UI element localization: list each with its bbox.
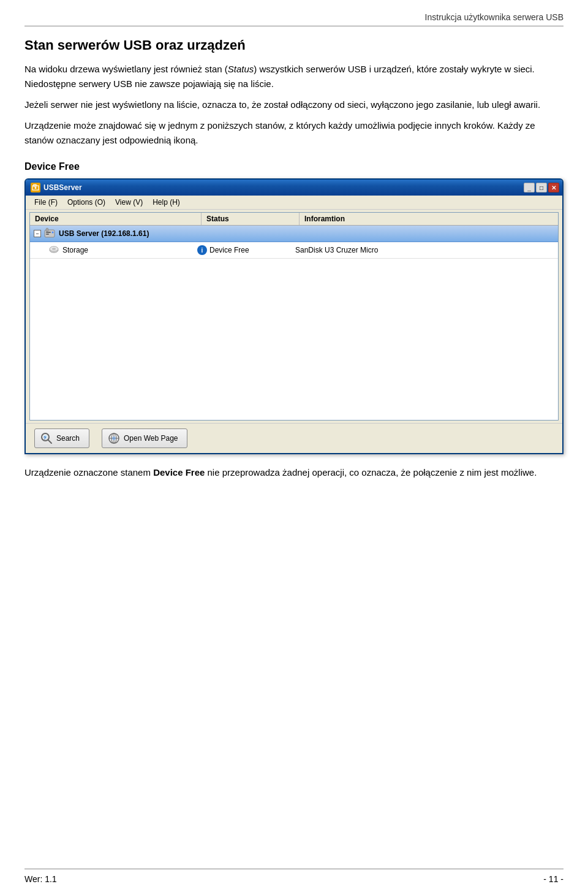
window-title: USBServer (43, 183, 82, 192)
server-row[interactable]: − USB Server (192.168.1.61) (30, 226, 558, 242)
menu-options[interactable]: Options (O) (62, 197, 110, 208)
menu-file[interactable]: File (F) (29, 197, 62, 208)
para1-italic: Status (228, 64, 254, 74)
svg-point-6 (52, 232, 54, 234)
footer-text-after: nie przeprowadza żadnej operacji, co ozn… (205, 467, 537, 478)
section-label: Device Free (24, 161, 564, 172)
title-bar-buttons: _ □ ✕ (524, 183, 559, 192)
device-status: Device Free (209, 246, 249, 254)
svg-text:?: ? (43, 436, 46, 440)
device-name: Storage (62, 246, 197, 254)
search-button-icon: ? (40, 432, 53, 445)
page-footer: Wer: 1.1 - 11 - (24, 869, 564, 884)
col-header-device: Device (30, 213, 202, 225)
bottom-bar: ? Search Open Web Page (26, 423, 562, 453)
tree-area: Device Status Inforamtion − USB Server (… (29, 212, 559, 421)
close-button[interactable]: ✕ (548, 183, 559, 192)
menu-view[interactable]: View (V) (110, 197, 148, 208)
search-button[interactable]: ? Search (34, 428, 89, 448)
storage-icon (48, 245, 59, 256)
server-label: USB Server (192.168.1.61) (59, 229, 149, 238)
status-cell: i Device Free (197, 245, 295, 255)
server-icon (43, 227, 56, 240)
app-window: USBServer _ □ ✕ File (F) Options (O) Vie… (24, 178, 564, 454)
title-bar: USBServer _ □ ✕ (26, 180, 562, 196)
page-title: Stan serwerów USB oraz urządzeń (24, 37, 564, 53)
menu-help[interactable]: Help (H) (148, 197, 185, 208)
svg-line-12 (48, 440, 52, 444)
expand-button[interactable]: − (34, 230, 41, 237)
footer-text-bold: Device Free (153, 467, 205, 478)
svg-point-2 (35, 187, 37, 189)
title-bar-left: USBServer (31, 183, 82, 192)
para1-text-before: Na widoku drzewa wyświetlany jest równie… (24, 64, 228, 74)
menu-bar: File (F) Options (O) View (V) Help (H) (26, 196, 562, 210)
col-header-info: Inforamtion (300, 213, 558, 225)
device-info: SanDisk U3 Cruzer Micro (295, 246, 554, 254)
open-web-page-icon (107, 432, 121, 445)
paragraph-1: Na widoku drzewa wyświetlany jest równie… (24, 62, 564, 91)
tree-header: Device Status Inforamtion (30, 213, 558, 226)
app-icon (31, 183, 40, 192)
page-number: - 11 - (543, 874, 564, 884)
status-info-icon: i (197, 245, 207, 255)
maximize-button[interactable]: □ (536, 183, 547, 192)
svg-point-7 (46, 228, 48, 232)
svg-point-10 (52, 248, 56, 250)
search-button-label: Search (56, 434, 80, 443)
device-row: Storage i Device Free SanDisk U3 Cruzer … (30, 242, 558, 259)
open-web-page-label: Open Web Page (124, 434, 178, 443)
svg-rect-5 (46, 234, 49, 235)
minimize-button[interactable]: _ (524, 183, 535, 192)
footer-text-before: Urządzenie oznaczone stanem (24, 467, 153, 478)
svg-point-19 (112, 436, 116, 440)
open-web-page-button[interactable]: Open Web Page (102, 428, 187, 448)
col-header-status: Status (202, 213, 300, 225)
header-title: Instrukcja użytkownika serwera USB (425, 12, 564, 22)
version-label: Wer: 1.1 (24, 874, 57, 884)
page-header: Instrukcja użytkownika serwera USB (24, 12, 564, 26)
svg-rect-4 (46, 232, 51, 233)
footer-paragraph: Urządzenie oznaczone stanem Device Free … (24, 465, 564, 480)
paragraph-2: Jeżeli serwer nie jest wyświetlony na li… (24, 97, 564, 112)
paragraph-3: Urządzenie może znajdować się w jednym z… (24, 118, 564, 148)
